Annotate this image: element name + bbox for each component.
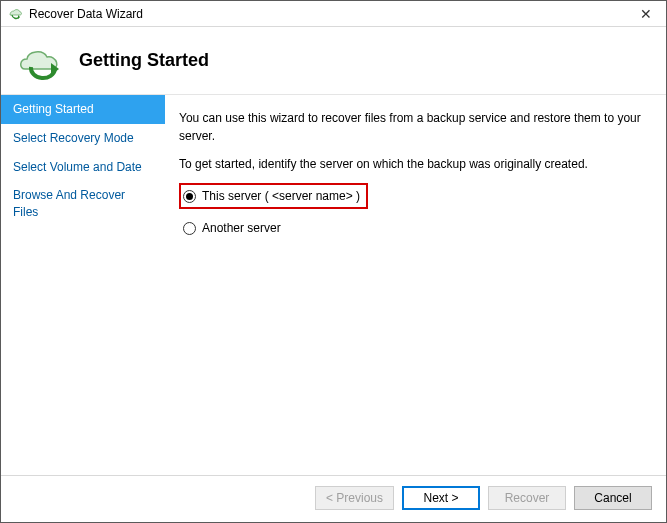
titlebar: Recover Data Wizard ✕	[1, 1, 666, 27]
radio-icon	[183, 190, 196, 203]
wizard-steps-sidebar: Getting Started Select Recovery Mode Sel…	[1, 95, 165, 475]
radio-this-server[interactable]: This server ( <server name> )	[179, 183, 368, 209]
cloud-restore-icon	[15, 41, 69, 81]
radio-icon	[183, 222, 196, 235]
close-button[interactable]: ✕	[626, 1, 666, 27]
app-icon	[7, 6, 23, 22]
previous-button: < Previous	[315, 486, 394, 510]
prompt-text: To get started, identify the server on w…	[179, 155, 648, 173]
window-title: Recover Data Wizard	[29, 7, 626, 21]
radio-label: This server ( <server name> )	[202, 187, 360, 205]
step-select-recovery-mode[interactable]: Select Recovery Mode	[1, 124, 165, 153]
page-title: Getting Started	[79, 50, 209, 71]
step-getting-started[interactable]: Getting Started	[1, 95, 165, 124]
intro-text: You can use this wizard to recover files…	[179, 109, 648, 145]
cancel-button[interactable]: Cancel	[574, 486, 652, 510]
step-select-volume-date[interactable]: Select Volume and Date	[1, 153, 165, 182]
wizard-window: Recover Data Wizard ✕ Getting Started Ge…	[0, 0, 667, 523]
wizard-header: Getting Started	[1, 27, 666, 95]
wizard-footer: < Previous Next > Recover Cancel	[1, 475, 666, 522]
wizard-body: Getting Started Select Recovery Mode Sel…	[1, 95, 666, 475]
recover-button: Recover	[488, 486, 566, 510]
server-choice-group: This server ( <server name> ) Another se…	[179, 183, 648, 239]
wizard-content: You can use this wizard to recover files…	[165, 95, 666, 475]
radio-another-server[interactable]: Another server	[179, 215, 648, 239]
step-browse-recover-files[interactable]: Browse And Recover Files	[1, 181, 165, 227]
next-button[interactable]: Next >	[402, 486, 480, 510]
radio-label: Another server	[202, 219, 281, 237]
